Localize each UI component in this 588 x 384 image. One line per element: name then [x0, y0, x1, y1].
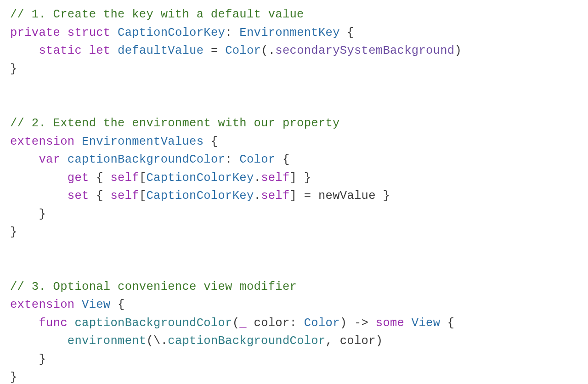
code-token: some: [376, 316, 404, 330]
code-line: get { self[CaptionColorKey.self] }: [10, 171, 311, 185]
code-token: }: [10, 62, 17, 76]
code-token: (: [232, 316, 240, 330]
code-token: [110, 26, 118, 40]
code-token: CaptionColorKey: [118, 26, 225, 40]
code-line: // 1. Create the key with a default valu…: [10, 8, 304, 21]
code-token: CaptionColorKey: [146, 171, 254, 185]
code-line: extension View {: [10, 298, 125, 311]
code-token: color:: [247, 316, 304, 330]
code-token: {: [89, 171, 111, 185]
code-token: [404, 316, 412, 330]
code-token: self: [110, 189, 139, 203]
code-token: [: [139, 171, 147, 185]
code-block: // 1. Create the key with a default valu…: [0, 0, 588, 384]
code-token: ) ->: [340, 316, 376, 330]
code-token: {: [204, 135, 218, 148]
code-token: [110, 44, 118, 57]
code-token: {: [340, 26, 354, 40]
code-token: , color): [326, 334, 383, 348]
code-token: [10, 189, 68, 203]
code-token: self: [261, 171, 289, 185]
code-token: [82, 44, 89, 57]
code-token: [10, 334, 68, 348]
code-token: }: [10, 226, 17, 239]
code-token: :: [225, 26, 239, 40]
code-token: (.: [261, 44, 275, 57]
code-token: extension: [10, 135, 74, 148]
code-line: func captionBackgroundColor(_ color: Col…: [10, 316, 454, 330]
code-token: // 2. Extend the environment with our pr…: [10, 117, 340, 130]
code-line: }: [10, 353, 46, 366]
code-token: private: [10, 26, 60, 40]
code-token: captionBackgroundColor: [68, 153, 225, 166]
code-token: captionBackgroundColor: [168, 334, 325, 348]
code-token: self: [110, 171, 139, 185]
code-token: set: [68, 189, 89, 203]
code-token: [60, 26, 68, 40]
code-token: CaptionColorKey: [146, 189, 254, 203]
code-token: environment: [68, 334, 147, 348]
code-token: }: [10, 371, 17, 384]
code-token: View: [412, 316, 440, 330]
code-token: [10, 316, 39, 330]
code-token: Color: [225, 44, 261, 57]
code-token: defaultValue: [118, 44, 204, 57]
code-line: // 2. Extend the environment with our pr…: [10, 117, 340, 130]
code-token: [10, 153, 39, 166]
code-line: // 3. Optional convenience view modifier: [10, 280, 297, 294]
code-token: [10, 171, 68, 185]
code-token: EnvironmentValues: [82, 135, 204, 148]
code-token: Color: [239, 153, 275, 166]
code-token: self: [261, 189, 289, 203]
code-token: (\.: [146, 334, 168, 348]
code-token: _: [239, 316, 247, 330]
code-token: extension: [10, 298, 74, 311]
code-token: {: [110, 298, 124, 311]
code-line: }: [10, 226, 17, 239]
code-token: :: [225, 153, 239, 166]
code-token: }: [10, 208, 46, 221]
code-token: {: [89, 189, 111, 203]
code-token: // 3. Optional convenience view modifier: [10, 280, 297, 294]
code-token: .: [254, 171, 261, 185]
code-token: ] = newValue }: [290, 189, 390, 203]
code-token: Color: [304, 316, 340, 330]
code-token: ): [454, 44, 462, 57]
code-line: environment(\.captionBackgroundColor, co…: [10, 334, 383, 348]
code-token: var: [39, 153, 60, 166]
code-line: var captionBackgroundColor: Color {: [10, 153, 290, 166]
code-line: private struct CaptionColorKey: Environm…: [10, 26, 354, 40]
code-line: extension EnvironmentValues {: [10, 135, 218, 148]
code-token: [68, 316, 75, 330]
code-line: }: [10, 371, 17, 384]
code-token: [: [139, 189, 147, 203]
code-token: func: [39, 316, 67, 330]
code-token: secondarySystemBackground: [275, 44, 454, 57]
code-token: .: [254, 189, 261, 203]
code-token: struct: [68, 26, 111, 40]
code-token: {: [440, 316, 454, 330]
code-token: ] }: [290, 171, 311, 185]
code-line: }: [10, 208, 46, 221]
code-token: let: [89, 44, 111, 57]
code-line: }: [10, 62, 17, 76]
code-token: {: [275, 153, 289, 166]
code-token: [10, 44, 39, 57]
code-token: }: [10, 353, 46, 366]
code-token: =: [204, 44, 225, 57]
code-token: [60, 153, 68, 166]
code-token: // 1. Create the key with a default valu…: [10, 8, 304, 21]
code-line: set { self[CaptionColorKey.self] = newVa…: [10, 189, 390, 203]
code-line: static let defaultValue = Color(.seconda…: [10, 44, 462, 57]
code-token: EnvironmentKey: [239, 26, 339, 40]
code-token: [74, 135, 82, 148]
code-token: get: [68, 171, 89, 185]
code-token: [74, 298, 82, 311]
code-token: static: [39, 44, 82, 57]
code-token: captionBackgroundColor: [74, 316, 232, 330]
code-token: View: [82, 298, 110, 311]
